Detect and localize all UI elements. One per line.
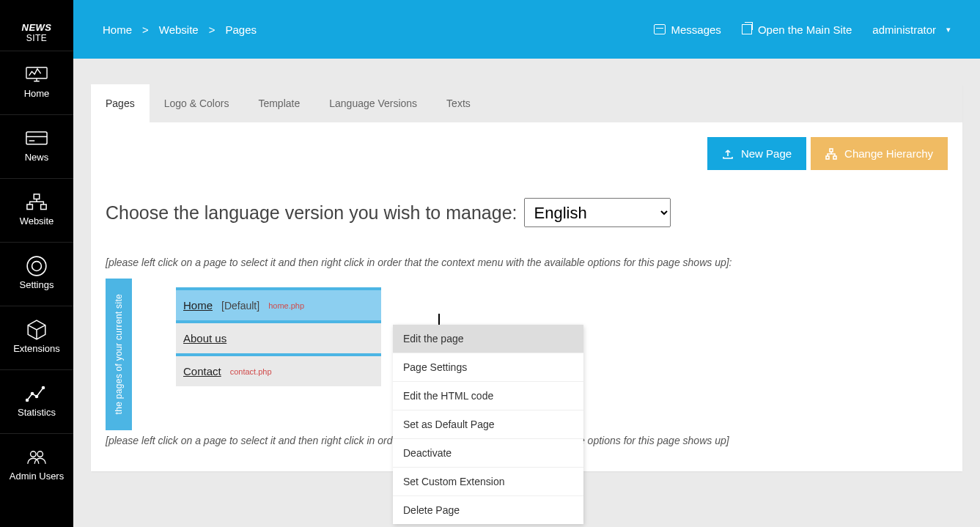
brand-line2: SITE xyxy=(26,33,48,43)
page-name: Contact xyxy=(183,365,221,377)
messages-link[interactable]: Messages xyxy=(654,23,721,36)
breadcrumb-sep: > xyxy=(142,23,149,36)
open-site-link[interactable]: Open the Main Site xyxy=(742,23,852,36)
page-tag: [Default] xyxy=(221,300,259,312)
user-menu[interactable]: administrator ▾ xyxy=(872,23,951,36)
hierarchy-icon xyxy=(825,148,837,160)
svg-point-13 xyxy=(31,452,37,457)
ctx-edit-html[interactable]: Edit the HTML code xyxy=(393,381,583,410)
breadcrumb-home[interactable]: Home xyxy=(103,23,132,36)
breadcrumb-website[interactable]: Website xyxy=(159,23,199,36)
svg-rect-5 xyxy=(27,204,33,210)
sidebar-label: News xyxy=(25,152,49,163)
svg-point-7 xyxy=(32,261,42,270)
tab-logo-colors[interactable]: Logo & Colors xyxy=(150,84,244,122)
svg-rect-16 xyxy=(826,156,829,159)
brand-line1: NEWS xyxy=(0,22,73,33)
svg-point-10 xyxy=(32,392,34,394)
action-bar: New Page Change Hierarchy xyxy=(106,137,948,170)
breadcrumb-pages[interactable]: Pages xyxy=(225,23,257,36)
sidebar-label: Admin Users xyxy=(10,471,64,482)
page-name: Home xyxy=(183,299,213,312)
change-hierarchy-label: Change Hierarchy xyxy=(844,147,933,160)
sidebar-label: Settings xyxy=(20,280,54,291)
tab-pages[interactable]: Pages xyxy=(91,84,150,122)
user-name: administrator xyxy=(872,23,936,36)
users-icon xyxy=(26,449,48,465)
ctx-edit-page[interactable]: Edit the page xyxy=(393,325,583,353)
page-row-contact[interactable]: Contact contact.php xyxy=(176,353,381,386)
sidebar-item-statistics[interactable]: Statistics xyxy=(0,369,73,433)
ctx-delete-page[interactable]: Delete Page xyxy=(393,495,583,524)
rail-label: the pages of your current site xyxy=(114,294,124,414)
brand-logo: NEWS SITE xyxy=(0,0,73,51)
chart-line-icon xyxy=(26,386,48,402)
sidebar-item-home[interactable]: Home xyxy=(0,51,73,114)
new-page-label: New Page xyxy=(741,147,792,160)
ctx-page-settings[interactable]: Page Settings xyxy=(393,353,583,381)
sidebar-item-extensions[interactable]: Extensions xyxy=(0,306,73,369)
context-menu: Edit the page Page Settings Edit the HTM… xyxy=(393,325,583,524)
sidebar-item-website[interactable]: Website xyxy=(0,178,73,242)
sitemap-icon xyxy=(26,194,48,210)
page-file: home.php xyxy=(268,301,304,310)
page-row-about[interactable]: About us xyxy=(176,320,381,353)
svg-rect-1 xyxy=(26,132,47,144)
sidebar-label: Home xyxy=(24,89,50,100)
svg-point-11 xyxy=(36,395,38,397)
svg-rect-4 xyxy=(34,194,40,199)
language-select[interactable]: English xyxy=(524,198,671,227)
sidebar: NEWS SITE Home News Website Settings Ext… xyxy=(0,0,73,527)
pages-list: Home [Default] home.php About us Contact… xyxy=(132,279,381,430)
ctx-custom-extension[interactable]: Set Custom Extension xyxy=(393,467,583,495)
breadcrumb-sep: > xyxy=(209,23,215,36)
ctx-deactivate[interactable]: Deactivate xyxy=(393,438,583,467)
ctx-set-default[interactable]: Set as Default Page xyxy=(393,410,583,438)
svg-rect-17 xyxy=(833,156,836,159)
change-hierarchy-button[interactable]: Change Hierarchy xyxy=(811,137,948,170)
sidebar-label: Statistics xyxy=(18,408,56,419)
sidebar-item-admin-users[interactable]: Admin Users xyxy=(0,433,73,497)
svg-rect-15 xyxy=(830,149,833,152)
sidebar-label: Extensions xyxy=(13,344,60,355)
monitor-icon xyxy=(26,67,48,83)
new-page-button[interactable]: New Page xyxy=(707,137,806,170)
hint-text: [please left click on a page to select i… xyxy=(106,257,948,268)
card-icon xyxy=(26,130,48,147)
open-site-label: Open the Main Site xyxy=(758,23,852,36)
svg-point-8 xyxy=(27,257,46,276)
page-file: contact.php xyxy=(230,367,272,376)
tabs: Pages Logo & Colors Template Language Ve… xyxy=(91,84,962,122)
page-row-home[interactable]: Home [Default] home.php xyxy=(176,287,381,320)
topbar: Home > Website > Pages Messages Open the… xyxy=(73,0,980,59)
messages-label: Messages xyxy=(671,23,721,36)
sidebar-item-settings[interactable]: Settings xyxy=(0,242,73,306)
sidebar-item-news[interactable]: News xyxy=(0,114,73,178)
cube-icon xyxy=(26,322,48,338)
tab-template[interactable]: Template xyxy=(243,84,314,122)
message-icon xyxy=(654,24,666,34)
language-row: Choose the language version you wish to … xyxy=(106,198,948,227)
external-link-icon xyxy=(742,24,752,34)
page-name: About us xyxy=(183,332,226,344)
gear-icon xyxy=(26,258,48,274)
svg-point-14 xyxy=(37,452,43,457)
upload-icon xyxy=(722,148,734,160)
tab-language-versions[interactable]: Language Versions xyxy=(314,84,432,122)
sidebar-label: Website xyxy=(20,216,54,227)
svg-rect-6 xyxy=(41,204,47,210)
pages-rail: the pages of your current site xyxy=(106,279,132,430)
tab-texts[interactable]: Texts xyxy=(432,84,485,122)
language-label: Choose the language version you wish to … xyxy=(106,202,517,224)
svg-point-12 xyxy=(43,386,45,388)
svg-point-9 xyxy=(26,399,29,401)
chevron-down-icon: ▾ xyxy=(946,25,951,34)
